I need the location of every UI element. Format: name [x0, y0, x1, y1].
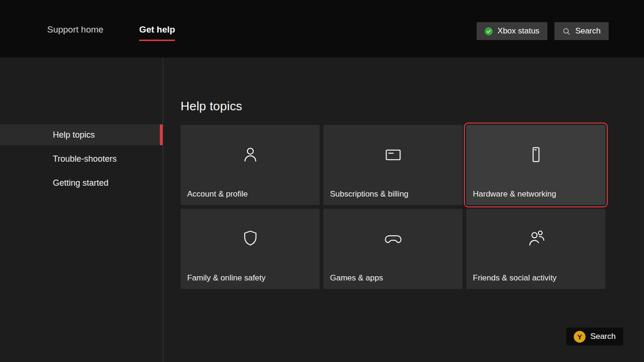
top-bar: Support home Get help Xbox status Search	[0, 0, 644, 58]
xbox-status-label: Xbox status	[497, 26, 539, 36]
card-label: Subscriptions & billing	[330, 189, 408, 199]
top-bar-actions: Xbox status Search	[477, 22, 609, 40]
card-account-profile[interactable]: Account & profile	[181, 125, 320, 205]
sidebar-item-label: Trouble-shooters	[53, 154, 116, 164]
content-area: Help topics Trouble-shooters Getting sta…	[0, 58, 644, 362]
help-topics-grid: Account & profile Subscriptions & billin…	[181, 125, 644, 289]
header-tabs: Support home Get help	[47, 25, 175, 41]
sidebar: Help topics Trouble-shooters Getting sta…	[0, 58, 163, 362]
page-title: Help topics	[181, 99, 644, 114]
shield-icon	[240, 228, 261, 249]
sidebar-item-getting-started[interactable]: Getting started	[0, 173, 163, 193]
card-label: Family & online safety	[187, 273, 265, 283]
card-friends-social[interactable]: Friends & social activity	[466, 209, 605, 289]
search-hint-label: Search	[590, 332, 616, 341]
sidebar-item-help-topics[interactable]: Help topics	[0, 124, 163, 145]
status-check-icon	[485, 27, 493, 35]
card-label: Account & profile	[187, 189, 248, 199]
search-button[interactable]: Search	[554, 22, 609, 40]
sidebar-item-label: Help topics	[53, 130, 95, 140]
controller-search-hint[interactable]: Y Search	[566, 328, 623, 346]
credit-card-icon	[383, 144, 404, 165]
tab-get-help[interactable]: Get help	[139, 25, 175, 41]
card-label: Games & apps	[330, 273, 383, 283]
people-icon	[526, 228, 546, 249]
card-subscriptions-billing[interactable]: Subscriptions & billing	[323, 125, 462, 205]
person-icon	[240, 144, 261, 165]
card-hardware-networking[interactable]: Hardware & networking	[466, 125, 605, 205]
tab-support-home[interactable]: Support home	[47, 25, 103, 41]
card-games-apps[interactable]: Games & apps	[323, 209, 462, 289]
xbox-status-button[interactable]: Xbox status	[477, 22, 547, 40]
card-label: Hardware & networking	[473, 189, 556, 199]
main-panel: Help topics Account & profile	[163, 58, 644, 362]
y-button-icon: Y	[574, 331, 586, 343]
controller-icon	[383, 228, 404, 249]
console-icon	[526, 144, 546, 165]
sidebar-item-label: Getting started	[53, 178, 108, 188]
sidebar-item-trouble-shooters[interactable]: Trouble-shooters	[0, 148, 163, 169]
card-label: Friends & social activity	[473, 273, 557, 283]
search-icon	[562, 27, 570, 35]
card-family-online-safety[interactable]: Family & online safety	[181, 209, 320, 289]
search-button-label: Search	[575, 26, 601, 36]
